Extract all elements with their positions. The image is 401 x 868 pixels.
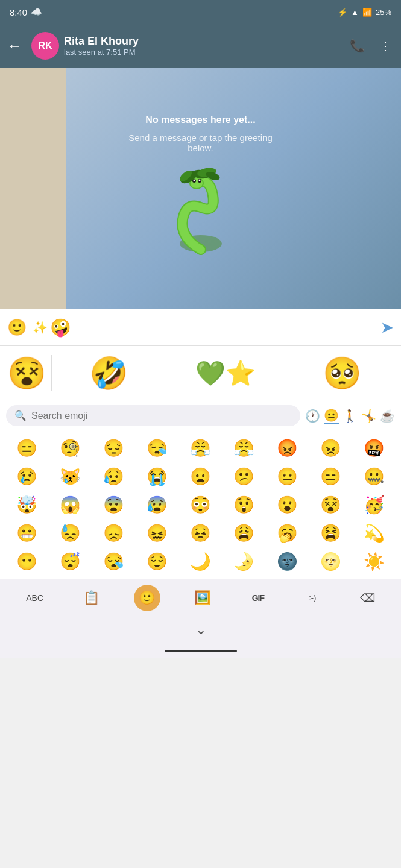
home-indicator: [0, 644, 401, 658]
emoji-partying[interactable]: 🥳: [353, 491, 395, 518]
emoji-last-quarter[interactable]: 🌛: [223, 548, 265, 575]
emoji-weary[interactable]: 😩: [223, 520, 265, 547]
suggested-sticker-3[interactable]: 🥺: [323, 357, 362, 389]
emoji-monocle[interactable]: 🧐: [49, 435, 92, 462]
emoji-zipper[interactable]: 🤐: [353, 463, 395, 490]
emoji-neutral[interactable]: 😐: [266, 463, 308, 490]
call-button[interactable]: 📞: [345, 34, 370, 58]
recent-tab[interactable]: 🕐: [305, 409, 320, 423]
sticker-emoji: 🤪: [50, 318, 71, 338]
chevron-down-icon[interactable]: ⌄: [195, 622, 206, 638]
emoji-new-moon-face[interactable]: 🌚: [266, 548, 308, 575]
activities-tab[interactable]: 🤸: [361, 409, 376, 423]
emoji-astonished[interactable]: 😲: [223, 491, 265, 518]
bg-left: [0, 68, 66, 309]
emoji-flushed[interactable]: 😳: [180, 491, 222, 518]
emoji-angry[interactable]: 😡: [266, 435, 308, 462]
cloud-icon: ☁️: [31, 7, 42, 17]
sticker-preview-area: ✨ 🤪: [33, 318, 374, 338]
face-tab[interactable]: 😐: [324, 408, 339, 424]
emoji-sob[interactable]: 😭: [136, 463, 178, 490]
emoji-grimacing[interactable]: 😬: [6, 520, 48, 547]
avatar[interactable]: RK: [31, 32, 59, 60]
status-time-area: 8:40 ☁️: [10, 7, 42, 17]
emoji-sun-face[interactable]: ☀️: [353, 548, 395, 575]
emoji-grid: 😑 🧐 😔 😪 😤 😤 😡 😠 🤬 😢 😿 😥 😭 😦 😕 😐 😑 🤐 🤯 😱 …: [6, 435, 395, 575]
emoji-scream[interactable]: 😱: [49, 491, 92, 518]
search-icon: 🔍: [14, 410, 27, 421]
emoji-persevere[interactable]: 😣: [180, 520, 222, 547]
abc-button[interactable]: ABC: [20, 588, 49, 608]
message-input-bar: 🙂 ✨ 🤪 ➤: [0, 309, 401, 346]
emoji-cry[interactable]: 😢: [6, 463, 48, 490]
emoji-confounded[interactable]: 😖: [136, 520, 178, 547]
emoji-toggle-button[interactable]: 🙂: [7, 318, 27, 337]
emoji-cold-sweat[interactable]: 😰: [136, 491, 178, 518]
emoji-crescent[interactable]: 🌙: [180, 548, 222, 575]
emoji-frowning[interactable]: 😦: [180, 463, 222, 490]
category-tabs: 🕐 😐 🚶 🤸 ☕: [305, 408, 395, 424]
greeting-sticker[interactable]: [156, 165, 246, 262]
svg-point-6: [198, 180, 200, 181]
emoji-no-mouth[interactable]: 😶: [6, 548, 48, 575]
emoji-suggestions-row: 😵 🤣 💚⭐ 🥺: [0, 346, 401, 400]
emoji-expressionless2[interactable]: 😑: [309, 463, 352, 490]
contact-info[interactable]: Rita El Khoury last seen at 7:51 PM: [64, 35, 340, 57]
emoji-dizzy-face[interactable]: 😵: [309, 491, 352, 518]
emoji-sleeping[interactable]: 😴: [49, 548, 92, 575]
emoji-confused[interactable]: 😕: [223, 463, 265, 490]
back-button[interactable]: ←: [2, 33, 27, 59]
delete-button[interactable]: ⌫: [354, 587, 381, 609]
emoji-disappointed[interactable]: 😞: [93, 520, 135, 547]
emoji-sleepy2[interactable]: 😪: [93, 548, 135, 575]
people-tab[interactable]: 🚶: [343, 409, 358, 423]
clipboard-button[interactable]: 📋: [77, 585, 106, 611]
more-button[interactable]: ⋮: [374, 34, 396, 58]
emoji-fearful[interactable]: 😨: [93, 491, 135, 518]
emoji-open-mouth[interactable]: 😮: [266, 491, 308, 518]
emoji-crying-cat[interactable]: 😿: [49, 463, 92, 490]
suggested-sticker-1[interactable]: 🤣: [89, 357, 128, 389]
emoji-tired[interactable]: 😫: [309, 520, 352, 547]
search-emoji-input[interactable]: [31, 410, 292, 421]
chat-content: No messages here yet... Send a message o…: [116, 102, 285, 274]
emoji-huffing2[interactable]: 😤: [223, 435, 265, 462]
emoticon-button[interactable]: :-): [299, 588, 326, 607]
last-seen: last seen at 7:51 PM: [64, 48, 340, 57]
battery-display: 25%: [376, 8, 391, 17]
emoji-full-moon-face[interactable]: 🌝: [309, 548, 352, 575]
emoji-relieved[interactable]: 😌: [136, 548, 178, 575]
food-tab[interactable]: ☕: [380, 409, 395, 423]
emoji-exploding-head[interactable]: 🤯: [6, 491, 48, 518]
status-icons-area: ⚡ ▲ 📶 25%: [338, 8, 391, 17]
nav-bottom-bar: ⌄: [0, 616, 401, 644]
emoji-disappointed-relieved[interactable]: 😥: [93, 463, 135, 490]
send-button[interactable]: ➤: [380, 318, 394, 337]
sticker-button[interactable]: 🖼️: [188, 585, 216, 611]
emoji-yawning[interactable]: 🥱: [266, 520, 308, 547]
send-hint-text: Send a message or tap the greetingbelow.: [128, 133, 273, 153]
emoji-pensive[interactable]: 😔: [93, 435, 135, 462]
emoji-huffing[interactable]: 😤: [180, 435, 222, 462]
chat-header: ← RK Rita El Khoury last seen at 7:51 PM…: [0, 24, 401, 68]
emoji-expressionless[interactable]: 😑: [6, 435, 48, 462]
wifi-icon: ▲: [351, 8, 359, 17]
time-display: 8:40: [10, 7, 27, 17]
keyboard-bottom-bar: ABC 📋 🙂 🖼️ GIF :-) ⌫: [0, 579, 401, 616]
suggested-sticker-2[interactable]: 💚⭐: [195, 361, 256, 385]
emoji-cursing[interactable]: 🤬: [353, 435, 395, 462]
sparkle-icon: ✨: [33, 320, 48, 335]
emoji-sleepy[interactable]: 😪: [136, 435, 178, 462]
emoji-dizzy[interactable]: 💫: [353, 520, 395, 547]
gif-button[interactable]: GIF: [245, 588, 271, 608]
signal-icon: 📶: [362, 8, 372, 17]
home-bar: [165, 650, 237, 652]
emoji-grid-container: 😑 🧐 😔 😪 😤 😤 😡 😠 🤬 😢 😿 😥 😭 😦 😕 😐 😑 🤐 🤯 😱 …: [0, 431, 401, 579]
search-wrapper[interactable]: 🔍: [6, 405, 300, 426]
big-suggested-emoji[interactable]: 😵: [7, 357, 46, 389]
emoji-button[interactable]: 🙂: [134, 585, 160, 611]
divider: [51, 355, 52, 391]
emoji-sweat[interactable]: 😓: [49, 520, 92, 547]
emoji-rage[interactable]: 😠: [309, 435, 352, 462]
emoji-panel: 😵 🤣 💚⭐ 🥺 🔍 🕐 😐 🚶 🤸 ☕ 😑 🧐 😔 😪: [0, 346, 401, 658]
